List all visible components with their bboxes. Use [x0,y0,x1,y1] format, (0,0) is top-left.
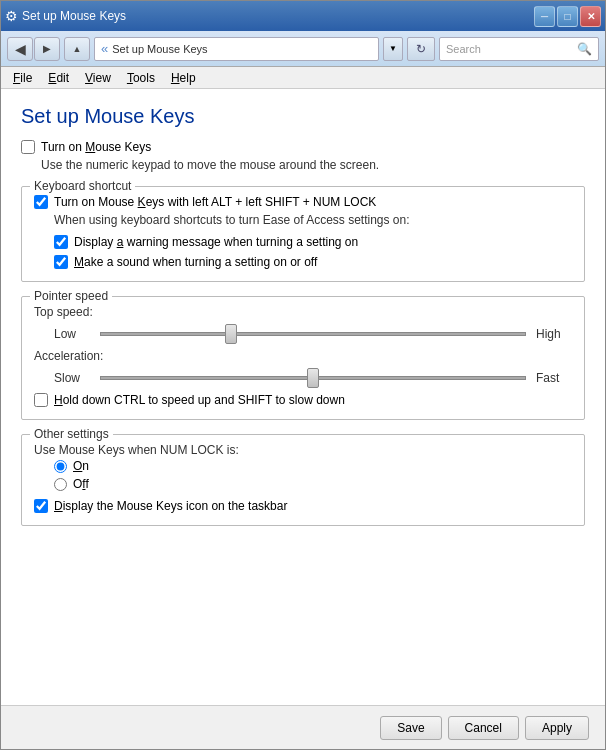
sound-checkbox[interactable] [54,255,68,269]
main-window: ⚙ Set up Mouse Keys ─ □ ✕ ◀ ▶ ▲ « Set up… [0,0,606,750]
save-button[interactable]: Save [380,716,441,740]
window-controls: ─ □ ✕ [534,6,601,27]
on-radio[interactable] [54,460,67,473]
fast-label: Fast [536,371,572,385]
page-title: Set up Mouse Keys [21,105,585,128]
menu-edit[interactable]: Edit [40,69,77,87]
acceleration-label: Acceleration: [34,349,572,363]
bottom-bar: Save Cancel Apply [1,705,605,749]
back-button[interactable]: ◀ [7,37,33,61]
warning-checkbox[interactable] [54,235,68,249]
ctrl-checkbox-row: Hold down CTRL to speed up and SHIFT to … [34,393,572,407]
up-button[interactable]: ▲ [64,37,90,61]
refresh-button[interactable]: ↻ [407,37,435,61]
main-content: Set up Mouse Keys Turn on Mouse Keys Use… [1,89,605,705]
shortcut-label[interactable]: Turn on Mouse Keys with left ALT + left … [54,195,376,209]
title-bar: ⚙ Set up Mouse Keys ─ □ ✕ [1,1,605,31]
acceleration-slider[interactable] [100,376,526,380]
warning-label[interactable]: Display a warning message when turning a… [74,235,358,249]
menu-view[interactable]: View [77,69,119,87]
menu-tools[interactable]: Tools [119,69,163,87]
turn-on-checkbox[interactable] [21,140,35,154]
off-radio-row: Off [54,477,572,491]
window-title: Set up Mouse Keys [22,9,530,23]
menu-help[interactable]: Help [163,69,204,87]
high-label: High [536,327,572,341]
breadcrumb-text: Set up Mouse Keys [112,43,207,55]
on-label[interactable]: On [73,459,89,473]
nav-bar: ◀ ▶ ▲ « Set up Mouse Keys ▼ ↻ Search 🔍 [1,31,605,67]
keyboard-shortcut-title: Keyboard shortcut [30,179,135,193]
ctrl-checkbox[interactable] [34,393,48,407]
search-icon[interactable]: 🔍 [577,42,592,56]
turn-on-label[interactable]: Turn on Mouse Keys [41,140,151,154]
on-radio-row: On [54,459,572,473]
top-speed-label: Top speed: [34,305,572,319]
window-icon: ⚙ [5,8,18,24]
low-label: Low [54,327,90,341]
slow-label: Slow [54,371,90,385]
display-icon-label[interactable]: Display the Mouse Keys icon on the taskb… [54,499,287,513]
off-label[interactable]: Off [73,477,89,491]
top-speed-slider-row: Low High [54,327,572,341]
nav-arrows: ◀ ▶ [7,37,60,61]
breadcrumb-dropdown[interactable]: ▼ [383,37,403,61]
top-speed-slider[interactable] [100,332,526,336]
pointer-speed-group: Pointer speed Top speed: Low High Accele… [21,296,585,420]
search-bar[interactable]: Search 🔍 [439,37,599,61]
keyboard-shortcut-group: Keyboard shortcut Turn on Mouse Keys wit… [21,186,585,282]
maximize-button[interactable]: □ [557,6,578,27]
menu-bar: File Edit View Tools Help [1,67,605,89]
ctrl-label[interactable]: Hold down CTRL to speed up and SHIFT to … [54,393,345,407]
when-using-label: When using keyboard shortcuts to turn Ea… [54,213,572,227]
shortcut-checkbox[interactable] [34,195,48,209]
cancel-button[interactable]: Cancel [448,716,519,740]
breadcrumb-bar[interactable]: « Set up Mouse Keys [94,37,379,61]
turn-on-section: Turn on Mouse Keys Use the numeric keypa… [21,140,585,172]
sound-checkbox-row: Make a sound when turning a setting on o… [54,255,572,269]
display-icon-checkbox-row: Display the Mouse Keys icon on the taskb… [34,499,572,513]
off-radio[interactable] [54,478,67,491]
close-button[interactable]: ✕ [580,6,601,27]
forward-button[interactable]: ▶ [34,37,60,61]
minimize-button[interactable]: ─ [534,6,555,27]
apply-button[interactable]: Apply [525,716,589,740]
acceleration-slider-row: Slow Fast [54,371,572,385]
sound-label[interactable]: Make a sound when turning a setting on o… [74,255,317,269]
pointer-speed-title: Pointer speed [30,289,112,303]
search-placeholder: Search [446,43,577,55]
mouse-keys-description: Use the numeric keypad to move the mouse… [41,158,585,172]
warning-checkbox-row: Display a warning message when turning a… [54,235,572,249]
breadcrumb-icon: « [101,41,108,56]
shortcut-checkbox-row: Turn on Mouse Keys with left ALT + left … [34,195,572,209]
other-settings-group: Other settings Use Mouse Keys when NUM L… [21,434,585,526]
menu-file[interactable]: File [5,69,40,87]
num-lock-label: Use Mouse Keys when NUM LOCK is: [34,443,572,457]
display-icon-checkbox[interactable] [34,499,48,513]
turn-on-row: Turn on Mouse Keys [21,140,585,154]
other-settings-title: Other settings [30,427,113,441]
